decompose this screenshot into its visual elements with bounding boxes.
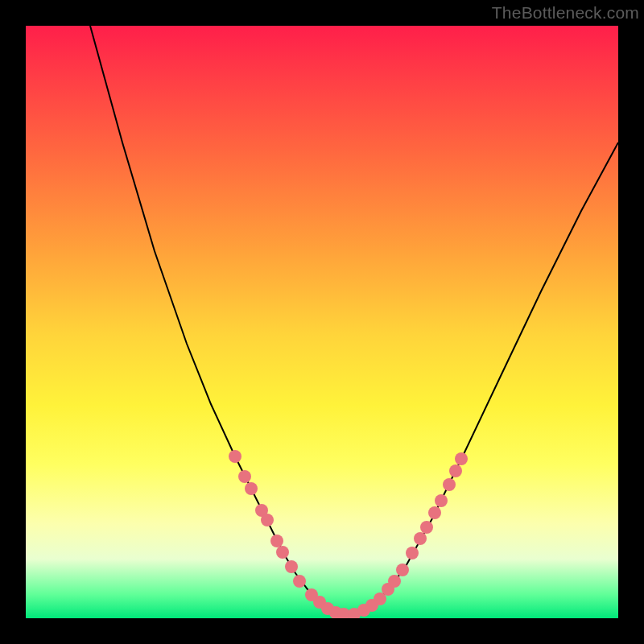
bottleneck-curve bbox=[90, 26, 618, 614]
marker-dot bbox=[420, 521, 433, 534]
marker-dot bbox=[435, 494, 448, 507]
marker-dot bbox=[449, 464, 462, 477]
marker-dot bbox=[396, 564, 409, 576]
chart-frame bbox=[26, 26, 618, 618]
chart-svg bbox=[26, 26, 618, 618]
marker-dot bbox=[261, 514, 274, 526]
watermark-text: TheBottleneck.com bbox=[492, 3, 639, 23]
marker-dot bbox=[388, 575, 401, 588]
marker-dot bbox=[293, 575, 306, 588]
marker-dot bbox=[443, 478, 456, 491]
marker-dot bbox=[455, 452, 468, 465]
marker-dot bbox=[238, 470, 251, 483]
marker-dot bbox=[229, 450, 242, 463]
marker-dot bbox=[365, 599, 378, 612]
marker-dot bbox=[270, 535, 283, 547]
marker-dot bbox=[428, 506, 441, 519]
curve-markers bbox=[229, 450, 468, 618]
marker-dot bbox=[406, 547, 419, 559]
marker-dot bbox=[276, 546, 289, 559]
marker-dot bbox=[245, 482, 258, 495]
marker-dot bbox=[414, 532, 427, 545]
marker-dot bbox=[285, 560, 298, 573]
